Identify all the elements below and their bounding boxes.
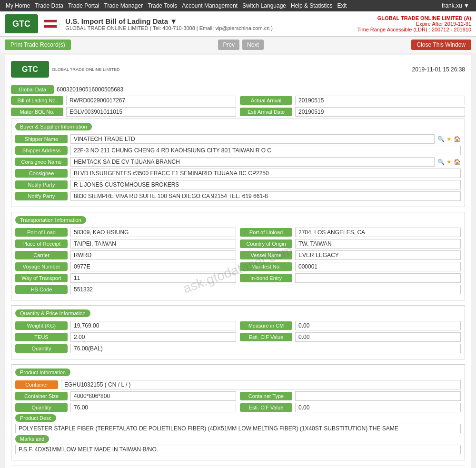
nav-exit[interactable]: Exit [335, 2, 348, 9]
country-of-origin-label: Country of Origin [240, 239, 292, 248]
nav-switch-language[interactable]: Switch Language [240, 2, 288, 9]
close-button-top[interactable]: Close This Window [411, 40, 471, 50]
marks-row: Marks and P.S.F. 4DX51MM LOW MELT MADE I… [15, 435, 461, 454]
header-bar: GTC · U.S. Import Bill of Lading Data ▼ … [0, 11, 476, 37]
product-quantity-value: 76.00 [70, 403, 236, 412]
time-range: Time Range Accessible (LDR) : 200712 - 2… [357, 27, 471, 32]
weight-kg-label: Weight (KG) [15, 321, 68, 330]
in-bond-entry-label: In-bond Entry [240, 274, 292, 282]
shipper-address-row: Shipper Address 22F-3 NO 211 CHUNG CHENG… [15, 146, 461, 155]
actual-arrival-value: 20190515 [295, 96, 465, 105]
header-title: U.S. Import Bill of Lading Data ▼ GLOBAL… [65, 17, 357, 31]
container-type-col: Container Type [240, 391, 461, 401]
notify-party-value1: R L JONES CUSTOMHOUSE BROKERS [70, 180, 461, 189]
manifest-no-value: 000001 [295, 262, 461, 271]
nav-user[interactable]: frank.xu ▼ [440, 2, 471, 9]
vessel-name-label: Vessel Name [240, 251, 292, 259]
consignee-row: Consignee BLVD INSURGENTES #3500 FRACC E… [15, 169, 461, 178]
port-of-load-label: Port of Load [15, 228, 68, 237]
marks-title: Marks and [15, 435, 49, 443]
nav-my-home[interactable]: My Home [4, 2, 32, 9]
quantity-price-title: Quantity & Price Information [15, 309, 90, 317]
container-type-label: Container Type [240, 392, 292, 400]
transport-title: Transportation Information [15, 216, 86, 224]
way-of-transport-value: 11 [70, 273, 236, 283]
port-of-load-col: Port of Load 58309, KAO HSIUNG [15, 228, 236, 237]
consignee-name-label: Consignee Name [15, 158, 68, 166]
top-toolbar: Print Trade Record(s) Prev Next Close Th… [0, 37, 476, 53]
shipper-home-icon[interactable]: 🏠 [454, 136, 461, 142]
consignee-name-value: HEMTACK SA DE CV TIJUANA BRANCH [70, 157, 435, 167]
consignee-value: BLVD INSURGENTES #3500 FRACC E1 SEMINARI… [70, 169, 461, 178]
marks-value: P.S.F. 4DX51MM LOW MELT MADE IN TAIWAN B… [15, 445, 461, 454]
notify-party-label2: Notify Party [15, 192, 68, 200]
consignee-label: Consignee [15, 169, 68, 178]
shipper-name-value: VINATECH TRADE LTD [70, 134, 435, 144]
manifest-no-label: Manifest No. [240, 262, 292, 271]
esti-arrival-col: Esti Arrival Date 20190519 [240, 107, 465, 117]
container-row: Container EGHU1032155 ( CN / L / ) [15, 380, 461, 389]
actual-arrival-label: Actual Arrival [240, 96, 292, 105]
esti-cif-value: 0.00 [295, 332, 461, 342]
vessel-name-value: EVER LEGACY [295, 250, 461, 260]
actual-arrival-col: Actual Arrival 20190515 [240, 96, 465, 105]
product-qty-cif-row: Quantity 76.00 Esti. CIF Value 0.00 [15, 403, 461, 412]
transport-section: Transportation Information Port of Load … [11, 212, 465, 300]
header-account-info: GLOBAL TRADE ONLINE LIMITED (A) Expire A… [357, 15, 471, 32]
record-logo-text: GTC [22, 65, 38, 74]
company-name: GLOBAL TRADE ONLINE LIMITED (A) [357, 15, 471, 21]
manifest-no-col: Manifest No. 000001 [240, 262, 461, 271]
port-of-unload-value: 2704, LOS ANGELES, CA [295, 228, 461, 237]
nav-trade-manager[interactable]: Trade Manager [102, 2, 145, 9]
vessel-name-col: Vessel Name EVER LEGACY [240, 250, 461, 260]
teus-cif-row: TEUS 2.00 Esti. CIF Value 0.00 [15, 332, 461, 342]
shipper-star-icon[interactable]: ★ [446, 136, 452, 142]
nav-account-management[interactable]: Account Management [180, 2, 239, 9]
nav-trade-portal[interactable]: Trade Portal [66, 2, 101, 9]
way-of-transport-col: Way of Transport 11 [15, 273, 236, 283]
nav-trade-data[interactable]: Trade Data [33, 2, 65, 9]
weight-measure-row: Weight (KG) 19,769.00 Measure in CM 0.00 [15, 321, 461, 330]
consignee-star-icon[interactable]: ★ [446, 159, 452, 165]
us-flag-icon [44, 20, 57, 28]
voyage-manifest-row: Voyage Number 0977E Manifest No. 000001 [15, 262, 461, 271]
teus-col: TEUS 2.00 [15, 332, 236, 342]
container-size-type-row: Container Size 4000*806*800 Container Ty… [15, 391, 461, 401]
container-value: EGHU1032155 ( CN / L / ) [61, 380, 461, 389]
bol-value: RWRD002900017267 [66, 96, 236, 105]
product-desc-value: POLYESTER STAPLE FIBER (TEREFTALATO DE P… [15, 424, 461, 433]
product-quantity-col: Quantity 76.00 [15, 403, 236, 412]
logo-text: GTC [12, 19, 30, 29]
page-title[interactable]: U.S. Import Bill of Lading Data ▼ [65, 17, 357, 25]
hs-code-row: HS Code 551332 [15, 285, 461, 294]
hs-code-value: 551332 [70, 285, 461, 294]
container-size-label: Container Size [15, 392, 68, 400]
record-footer: U.S. Import Bill of Lading Data 1 / 1 60… [11, 465, 465, 468]
esti-arrival-label: Esti Arrival Date [240, 108, 292, 116]
weight-kg-col: Weight (KG) 19,769.00 [15, 321, 236, 330]
teus-value: 2.00 [70, 332, 236, 342]
container-size-value: 4000*806*800 [70, 391, 236, 401]
voyage-number-col: Voyage Number 0977E [15, 262, 236, 271]
shipper-search-icon[interactable]: 🔍 [437, 136, 445, 142]
consignee-search-icon[interactable]: 🔍 [437, 159, 445, 165]
flag-area: · [44, 20, 60, 28]
receipt-origin-row: Place of Receipt TAIPEI, TAIWAN Country … [15, 239, 461, 249]
bol-label: Bill of Lading No. [11, 96, 63, 105]
product-title: Product Information [15, 368, 70, 376]
carrier-col: Carrier RWRD [15, 250, 236, 260]
print-button-top[interactable]: Print Trade Record(s) [5, 40, 71, 50]
place-of-receipt-col: Place of Receipt TAIPEI, TAIWAN [15, 239, 236, 249]
port-of-unload-col: Port of Unload 2704, LOS ANGELES, CA [240, 228, 461, 237]
product-cif-value: 0.00 [295, 403, 461, 412]
nav-help-statistics[interactable]: Help & Statistics [289, 2, 334, 9]
consignee-home-icon[interactable]: 🏠 [454, 159, 461, 165]
next-button-top[interactable]: Next [242, 40, 264, 50]
esti-arrival-value: 20190519 [295, 107, 465, 117]
prev-button-top[interactable]: Prev [218, 40, 239, 50]
country-of-origin-value: TW, TAIWAN [295, 239, 461, 249]
nav-trade-tools[interactable]: Trade Tools [146, 2, 179, 9]
product-desc-title: Product Desc [15, 414, 56, 422]
shipper-address-value: 22F-3 NO 211 CHUNG CHENG 4 RD KAOHSIUNG … [70, 146, 461, 155]
expire-date: Expire After 2019-12-31 [357, 21, 471, 27]
